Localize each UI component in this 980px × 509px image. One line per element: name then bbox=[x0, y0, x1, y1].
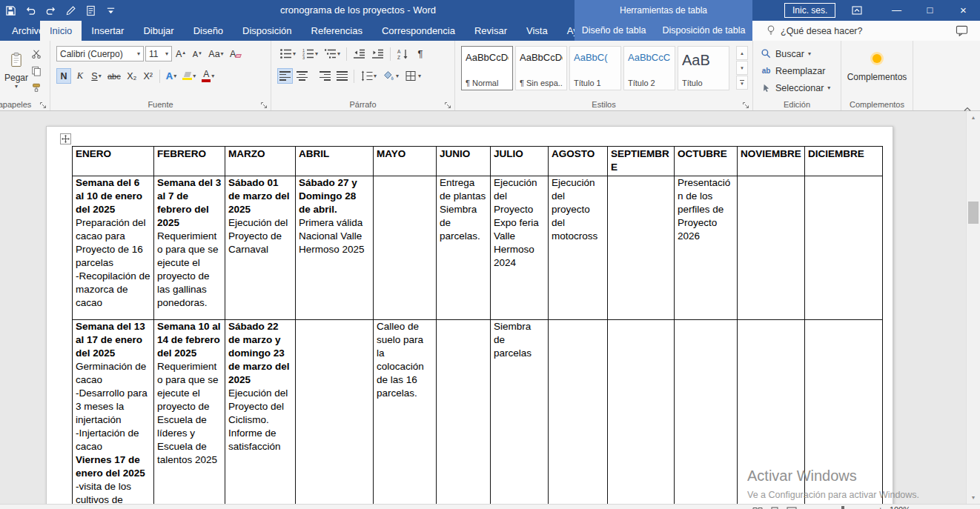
styles-scroll-down-button[interactable]: ▼ bbox=[736, 61, 748, 75]
tab-revisar[interactable]: Revisar bbox=[465, 21, 517, 41]
select-button[interactable]: Seleccionar ▾ bbox=[761, 81, 830, 95]
tellme-box[interactable]: ¿Qué desea hacer? bbox=[766, 21, 863, 41]
style-t-tulo-1[interactable]: AaBbC(Título 1 bbox=[569, 46, 621, 90]
find-button[interactable]: Buscar ▾ bbox=[761, 47, 830, 61]
tab-diseño-de-tabla[interactable]: Diseño de tabla bbox=[574, 21, 655, 41]
shading-button[interactable]: ▾ bbox=[380, 68, 401, 84]
styles-dialog-launcher[interactable] bbox=[742, 99, 750, 107]
schedule-cell[interactable]: Semana del 13 al 17 de enero del 2025Ger… bbox=[73, 320, 154, 505]
web-layout-icon[interactable] bbox=[787, 505, 797, 509]
schedule-cell[interactable] bbox=[805, 176, 883, 320]
zoom-in-button[interactable]: + bbox=[878, 505, 882, 509]
numbering-button[interactable]: 123▾ bbox=[299, 46, 320, 61]
schedule-cell[interactable]: Semana del 6 al 10 de enero del 2025Prep… bbox=[73, 176, 154, 320]
zoom-level[interactable]: 100% bbox=[890, 505, 910, 509]
cut-icon[interactable] bbox=[31, 49, 42, 62]
text-effects-button[interactable]: A▾ bbox=[164, 68, 179, 84]
redo-icon[interactable] bbox=[44, 4, 56, 16]
styles-more-button[interactable]: ▼ bbox=[736, 76, 748, 90]
strikethrough-button[interactable]: abc bbox=[105, 68, 123, 84]
clear-formatting-button[interactable]: A bbox=[228, 46, 242, 61]
bold-button[interactable]: N bbox=[56, 68, 71, 84]
borders-button[interactable]: ▾ bbox=[403, 68, 423, 84]
replace-button[interactable]: ab Reemplazar bbox=[761, 64, 830, 78]
schedule-cell[interactable] bbox=[675, 320, 738, 505]
tab-diseño[interactable]: Diseño bbox=[184, 21, 233, 41]
clipboard-dialog-launcher[interactable] bbox=[39, 99, 47, 107]
maximize-button[interactable]: □ bbox=[913, 0, 947, 21]
draw-icon[interactable] bbox=[64, 4, 76, 16]
schedule-cell[interactable] bbox=[738, 176, 805, 320]
font-dialog-launcher[interactable] bbox=[260, 99, 268, 107]
undo-icon[interactable] bbox=[24, 4, 36, 16]
scroll-up-arrow[interactable]: ▲ bbox=[967, 112, 980, 123]
document-page[interactable]: ENEROFEBREROMARZOABRILMAYOJUNIOJULIOAGOS… bbox=[46, 126, 893, 504]
paste-button[interactable]: Pegar ▾ bbox=[3, 46, 30, 95]
schedule-cell[interactable] bbox=[374, 176, 437, 320]
sign-in-button[interactable]: Inic. ses. bbox=[784, 3, 835, 18]
format-painter-icon[interactable] bbox=[31, 83, 42, 96]
style-t-tulo-2[interactable]: AaBbCcCTítulo 2 bbox=[623, 46, 675, 90]
tab-correspondencia[interactable]: Correspondencia bbox=[372, 21, 465, 41]
schedule-cell[interactable]: Ejecución del proyecto del motocross bbox=[549, 176, 608, 320]
style-t-tulo[interactable]: AaBTítulo bbox=[678, 46, 729, 90]
zoom-out-button[interactable]: − bbox=[804, 505, 808, 509]
font-size-select[interactable]: 11 ▾ bbox=[145, 46, 172, 61]
schedule-cell[interactable]: Sábado 27 y Domingo 28 de abril.Primera … bbox=[296, 176, 374, 320]
shrink-font-button[interactable]: A▼ bbox=[190, 46, 205, 61]
schedule-cell[interactable]: Ejecución del Proyecto Expo feria Valle … bbox=[491, 176, 549, 320]
schedule-cell[interactable] bbox=[437, 320, 491, 505]
tab-disposición[interactable]: Disposición bbox=[233, 21, 301, 41]
schedule-cell[interactable] bbox=[608, 320, 675, 505]
tab-vista[interactable]: Vista bbox=[517, 21, 557, 41]
font-family-select[interactable]: Calibri (Cuerpo) ▾ bbox=[56, 46, 144, 61]
style--normal[interactable]: AaBbCcDc¶ Normal bbox=[461, 46, 513, 90]
align-right-button[interactable] bbox=[311, 68, 333, 84]
schedule-cell[interactable] bbox=[608, 176, 675, 320]
highlight-button[interactable]: ▾ bbox=[180, 68, 198, 84]
sort-button[interactable]: AZ bbox=[394, 46, 411, 61]
schedule-cell[interactable]: Siembra de parcelas bbox=[491, 320, 549, 505]
increase-indent-button[interactable] bbox=[369, 46, 386, 61]
schedule-cell[interactable]: Entrega de plantas Siembra de parcelas. bbox=[437, 176, 491, 320]
superscript-button[interactable]: X² bbox=[141, 68, 156, 84]
show-marks-button[interactable]: ¶ bbox=[413, 46, 428, 61]
tab-referencias[interactable]: Referencias bbox=[302, 21, 372, 41]
read-mode-icon[interactable] bbox=[752, 505, 763, 509]
close-button[interactable]: × bbox=[947, 0, 980, 21]
underline-button[interactable]: S▾ bbox=[89, 68, 104, 84]
styles-scroll-up-button[interactable]: ▲ bbox=[736, 46, 748, 60]
tab-disposición-de-tabla[interactable]: Disposición de tabla bbox=[655, 21, 754, 41]
vertical-scrollbar[interactable]: ▲ ▼ bbox=[966, 111, 980, 504]
scrollbar-thumb[interactable] bbox=[968, 202, 979, 224]
font-color-button[interactable]: A▾ bbox=[199, 68, 216, 84]
schedule-cell[interactable]: Presentación de los perfiles de Proyecto… bbox=[675, 176, 738, 320]
collapse-ribbon-icon[interactable] bbox=[964, 102, 971, 107]
tab-inicio[interactable]: Inicio bbox=[40, 21, 82, 41]
paragraph-dialog-launcher[interactable] bbox=[444, 99, 452, 107]
minimize-button[interactable]: — bbox=[880, 0, 913, 21]
zoom-slider-thumb[interactable] bbox=[841, 506, 844, 509]
justify-button[interactable] bbox=[334, 68, 350, 84]
italic-button[interactable]: K bbox=[73, 68, 87, 84]
schedule-cell[interactable] bbox=[296, 320, 374, 505]
table-move-handle[interactable] bbox=[60, 133, 71, 144]
grow-font-button[interactable]: A▲ bbox=[173, 46, 188, 61]
subscript-button[interactable]: X₂ bbox=[125, 68, 139, 84]
schedule-cell[interactable]: Calleo de suelo para la colocación de la… bbox=[374, 320, 437, 505]
tab-insertar[interactable]: Insertar bbox=[82, 21, 133, 41]
tab-dibujar[interactable]: Dibujar bbox=[133, 21, 183, 41]
align-left-button[interactable] bbox=[277, 68, 293, 84]
decrease-indent-button[interactable] bbox=[351, 46, 368, 61]
print-layout-icon[interactable] bbox=[769, 505, 780, 509]
line-spacing-button[interactable]: ▾ bbox=[358, 68, 379, 84]
schedule-cell[interactable]: Sábado 01 de marzo del 2025Ejecución del… bbox=[225, 176, 296, 320]
document-icon[interactable] bbox=[85, 4, 96, 16]
bullets-button[interactable]: ▾ bbox=[277, 46, 298, 61]
complementos-button[interactable]: Complementos bbox=[847, 45, 907, 100]
ribbon-display-options-icon[interactable] bbox=[851, 4, 863, 16]
schedule-cell[interactable] bbox=[549, 320, 608, 505]
copy-icon[interactable] bbox=[31, 66, 42, 79]
change-case-button[interactable]: Aa▾ bbox=[206, 46, 225, 61]
customize-toolbar-icon[interactable] bbox=[105, 4, 116, 16]
